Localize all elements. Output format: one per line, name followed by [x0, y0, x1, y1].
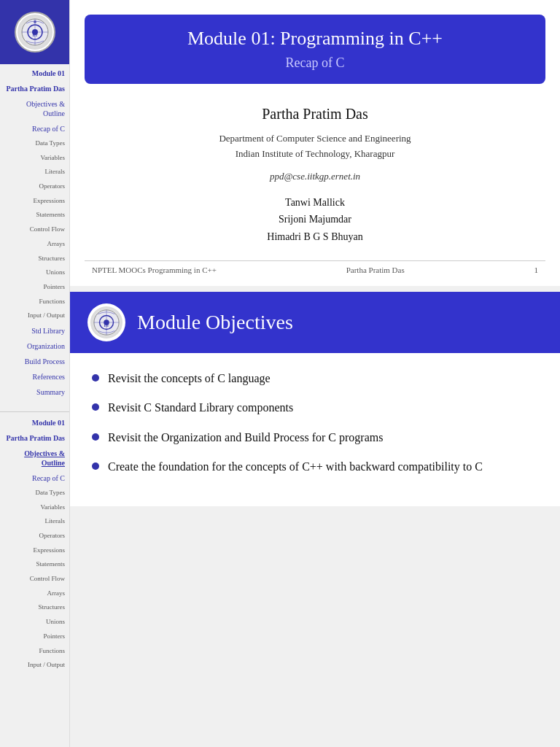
sidebar-item-org[interactable]: Organization — [0, 338, 69, 354]
contributor3: Himadri B G S Bhuyan — [99, 228, 531, 246]
sidebar-item-operators[interactable]: Operators — [0, 179, 69, 194]
sidebar2-item-io[interactable]: Input / Output — [0, 658, 69, 673]
bullet-dot-2 — [92, 403, 99, 411]
sidebar-item-statements[interactable]: Statements — [0, 208, 69, 222]
footer-right: 1 — [534, 266, 538, 274]
slide-2-logo: IIT — [88, 303, 125, 341]
svg-text:IIT: IIT — [104, 324, 110, 328]
main-content: Module 01: Programming in C++ Recap of C… — [70, 0, 560, 506]
objectives-list: Revisit the concepts of C language Revis… — [92, 371, 538, 476]
objective-3-text: Revisit the Organization and Build Proce… — [108, 430, 383, 446]
logo-inner-top: IIT — [18, 15, 52, 50]
objective-2-text: Revisit C Standard Library components — [108, 400, 293, 416]
sidebar-item-build[interactable]: Build Process — [0, 354, 69, 369]
sidebar-item-stdlib[interactable]: Std Library — [0, 323, 69, 338]
sidebar2-item-datatypes[interactable]: Data Types — [0, 486, 69, 500]
objective-4-text: Create the foundation for the concepts o… — [108, 459, 483, 475]
contributor2: Srijoni Majumdar — [99, 211, 531, 228]
sidebar-item-unions[interactable]: Unions — [0, 266, 69, 280]
sidebar2-item-statements[interactable]: Statements — [0, 557, 69, 572]
sidebar-item-author[interactable]: Partha Pratim Das — [0, 81, 69, 96]
sidebar-item-literals[interactable]: Literals — [0, 165, 69, 179]
slide-2-logo-inner: IIT — [90, 306, 122, 338]
slide-title: Module 01: Programming in C++ — [106, 28, 524, 50]
title-box: Module 01: Programming in C++ Recap of C — [85, 15, 545, 84]
sidebar-item-controlflow[interactable]: Control Flow — [0, 222, 69, 237]
sidebar-item-structures[interactable]: Structures — [0, 252, 69, 266]
sidebar2-item-arrays[interactable]: Arrays — [0, 587, 69, 601]
slide-1: Module 01: Programming in C++ Recap of C… — [70, 0, 560, 286]
slide-2: IIT Module Objectives Revisit the concep… — [70, 292, 560, 506]
sidebar-item-recap[interactable]: Recap of C — [0, 121, 69, 136]
bullet-dot-1 — [92, 374, 99, 382]
sidebar-item-objectives-outline[interactable]: Objectives & Outline — [0, 96, 69, 121]
email: ppd@cse.iitkgp.ernet.in — [99, 171, 531, 182]
sidebar2-item-structures[interactable]: Structures — [0, 600, 69, 615]
sidebar-section-2-divider: Module 01 Partha Pratim Das Objectives &… — [0, 411, 69, 673]
footer-center: Partha Pratim Das — [346, 266, 405, 274]
slide-subtitle: Recap of C — [106, 55, 524, 71]
sidebar2-item-operators[interactable]: Operators — [0, 529, 69, 543]
sidebar-item-refs[interactable]: References — [0, 369, 69, 384]
objective-4: Create the foundation for the concepts o… — [92, 459, 538, 475]
contributor1: Tanwi Mallick — [99, 194, 531, 212]
objective-1-text: Revisit the concepts of C language — [108, 371, 271, 387]
dept-line1: Department of Computer Science and Engin… — [219, 133, 411, 144]
sidebar2-item-functions[interactable]: Functions — [0, 644, 69, 659]
objective-3: Revisit the Organization and Build Proce… — [92, 430, 538, 446]
slide-body: Partha Pratim Das Department of Computer… — [85, 98, 545, 253]
sidebar-item-variables[interactable]: Variables — [0, 151, 69, 166]
sidebar2-item-unions[interactable]: Unions — [0, 615, 69, 630]
sidebar2-item-module01[interactable]: Module 01 — [0, 415, 69, 430]
author-name: Partha Pratim Das — [99, 106, 531, 123]
slide-2-title: Module Objectives — [137, 311, 293, 334]
svg-point-5 — [34, 20, 36, 23]
dept-line2: Indian Institute of Technology, Kharagpu… — [236, 148, 395, 159]
sidebar2-item-author[interactable]: Partha Pratim Das — [0, 430, 69, 446]
sidebar2-item-objectives[interactable]: Objectives & Outline — [0, 446, 69, 471]
sidebar-item-arrays[interactable]: Arrays — [0, 237, 69, 252]
bullet-dot-4 — [92, 462, 99, 470]
footer-left: NPTEL MOOCs Programming in C++ — [92, 266, 217, 274]
sidebar-item-io[interactable]: Input / Output — [0, 309, 69, 323]
sidebar-item-functions[interactable]: Functions — [0, 295, 69, 309]
svg-text:IIT: IIT — [32, 34, 38, 37]
bullet-dot-3 — [92, 433, 99, 441]
sidebar-item-summary[interactable]: Summary — [0, 384, 69, 400]
sidebar-item-pointers[interactable]: Pointers — [0, 280, 69, 295]
objective-1: Revisit the concepts of C language — [92, 371, 538, 387]
slide-2-header: IIT Module Objectives — [70, 292, 560, 353]
sidebar-item-expressions[interactable]: Expressions — [0, 194, 69, 209]
slide-footer: NPTEL MOOCs Programming in C++ Partha Pr… — [85, 260, 545, 279]
sidebar2-item-pointers[interactable]: Pointers — [0, 630, 69, 644]
sidebar2-item-literals[interactable]: Literals — [0, 514, 69, 529]
logo-circle-top: IIT — [15, 12, 55, 53]
sidebar2-item-recap[interactable]: Recap of C — [0, 471, 69, 486]
objectives-body: Revisit the concepts of C language Revis… — [70, 353, 560, 506]
sidebar-logo-top: IIT — [0, 0, 69, 64]
sidebar-item-datatypes[interactable]: Data Types — [0, 136, 69, 151]
sidebar: IIT Module 01 Partha Pratim Das Objectiv… — [0, 0, 70, 747]
contributors: Tanwi Mallick Srijoni Majumdar Himadri B… — [99, 194, 531, 246]
objective-2: Revisit C Standard Library components — [92, 400, 538, 416]
dept-info: Department of Computer Science and Engin… — [99, 131, 531, 162]
sidebar2-item-variables[interactable]: Variables — [0, 500, 69, 515]
sidebar-item-module01[interactable]: Module 01 — [0, 64, 69, 81]
sidebar2-item-expressions[interactable]: Expressions — [0, 543, 69, 558]
sidebar2-item-controlflow[interactable]: Control Flow — [0, 572, 69, 587]
